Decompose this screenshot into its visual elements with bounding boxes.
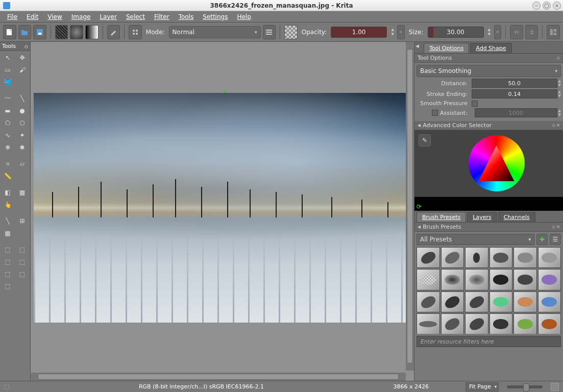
menu-view[interactable]: View — [43, 12, 66, 21]
menu-settings[interactable]: Settings — [199, 12, 232, 21]
menu-image[interactable]: Image — [67, 12, 95, 21]
size-toggle[interactable]: ◦ — [494, 25, 502, 39]
brush-preset[interactable] — [513, 313, 537, 334]
alpha-lock-button[interactable] — [284, 25, 298, 39]
brush-preset[interactable] — [538, 291, 561, 312]
size-slider[interactable]: 30.00 — [428, 27, 484, 38]
zoom-slider[interactable] — [507, 385, 543, 388]
maximize-button[interactable]: ◯ — [543, 2, 551, 10]
brush-preset[interactable] — [417, 247, 440, 268]
mirror-axis-icon[interactable]: ✦ — [223, 89, 227, 93]
menu-layer[interactable]: Layer — [95, 12, 120, 21]
assistant-spinner[interactable]: ▲▼ — [558, 109, 561, 117]
select-tool-3[interactable]: ⬚ — [1, 256, 14, 267]
freehand-tool[interactable]: 〰 — [1, 93, 14, 104]
mode-options-button[interactable] — [263, 25, 276, 39]
zoom-tool[interactable] — [16, 228, 29, 239]
measure-tool[interactable]: 📏 — [1, 170, 14, 182]
brush-tool[interactable]: 🖌 — [16, 64, 29, 76]
brush-presets-header[interactable]: ◀ Brush Presets ◇ ✕ — [414, 223, 563, 232]
pan-tool[interactable]: ▦ — [1, 228, 14, 239]
tab-tool-options[interactable]: Tool Options — [424, 43, 469, 53]
preset-filter-dropdown[interactable]: All Presets — [417, 234, 534, 245]
transform-tool[interactable]: ✥ — [16, 52, 29, 63]
collapse-icon[interactable]: ◀ — [415, 43, 419, 48]
preset-view-button[interactable]: ☰ — [550, 234, 561, 245]
brush-preset[interactable] — [489, 247, 513, 268]
preset-filter-input[interactable]: Enter resource filters here — [417, 336, 561, 347]
polyline-tool[interactable]: ⬡ — [16, 117, 29, 129]
opacity-slider[interactable]: 1.00 — [331, 27, 387, 38]
fill-tool[interactable]: 🪣 — [1, 77, 14, 88]
color-selector[interactable]: ✎ — [414, 130, 563, 197]
brush-preset[interactable] — [441, 269, 464, 290]
polygon-tool[interactable]: ⬠ — [1, 117, 14, 129]
pattern-tool[interactable]: ▦ — [16, 187, 29, 198]
tab-brush-presets[interactable]: Brush Presets — [417, 212, 466, 222]
pattern1-button[interactable] — [55, 25, 68, 39]
minimize-button[interactable]: ‒ — [532, 2, 541, 10]
brush-preset[interactable] — [465, 313, 488, 334]
brush-preset[interactable] — [465, 269, 488, 290]
assistant-input[interactable]: 1000 — [475, 108, 557, 117]
blend-mode-dropdown[interactable]: Normal — [169, 26, 261, 38]
refresh-icon[interactable]: ⟳ — [417, 203, 424, 210]
distance-input[interactable]: 50.0 — [472, 79, 557, 88]
select-tool-2[interactable]: ⬚ — [16, 244, 29, 255]
smooth-pressure-checkbox[interactable] — [472, 101, 478, 107]
select-tool-1[interactable]: ⬚ — [1, 244, 14, 255]
mirror-h-button[interactable] — [510, 25, 523, 39]
line-tool[interactable]: ╲ — [16, 93, 29, 104]
select-tool-5[interactable]: ⬚ — [1, 268, 14, 280]
preset-chooser-button[interactable] — [129, 25, 142, 39]
mirror-v-button[interactable] — [525, 25, 538, 39]
gradient-tool[interactable]: ◧ — [1, 187, 14, 198]
select-tool-7[interactable]: ⬚ — [1, 281, 14, 292]
brush-preset[interactable] — [489, 269, 513, 290]
brush-preset[interactable] — [465, 247, 488, 268]
brush-preset[interactable] — [417, 291, 440, 312]
brush-editor-button[interactable] — [107, 25, 120, 39]
brush-preset[interactable] — [489, 313, 513, 334]
tab-channels[interactable]: Channels — [498, 212, 535, 222]
brush-preset[interactable] — [513, 247, 537, 268]
canvas[interactable] — [34, 93, 406, 323]
color-history-strip[interactable] — [414, 197, 563, 203]
distance-spinner[interactable]: ▲▼ — [558, 79, 561, 87]
brush-preset[interactable] — [417, 313, 440, 334]
brush-preset[interactable] — [538, 313, 561, 334]
add-preset-button[interactable]: ✚ — [536, 234, 548, 245]
menu-file[interactable]: File — [3, 12, 21, 21]
brush-preset[interactable] — [513, 291, 537, 312]
color-picker-icon[interactable]: ✎ — [419, 134, 431, 146]
toolbox-header[interactable]: Tools◇ — [0, 42, 30, 51]
text-tool[interactable]: ╲ — [1, 215, 14, 227]
dynamic-brush-tool[interactable]: ❋ — [1, 142, 14, 153]
tool-options-header[interactable]: Tool Options◇ — [414, 54, 563, 63]
menu-tools[interactable]: Tools — [175, 12, 198, 21]
menu-edit[interactable]: Edit — [22, 12, 42, 21]
brush-preset[interactable] — [538, 247, 561, 268]
multibrush-tool[interactable]: ✱ — [16, 142, 29, 153]
select-rect-tool[interactable]: ▭ — [1, 64, 14, 76]
brush-preset[interactable] — [465, 291, 488, 312]
brush-preset[interactable] — [441, 291, 464, 312]
stroke-ending-input[interactable]: 0.14 — [472, 89, 557, 99]
move-tool[interactable]: ↖ — [1, 52, 14, 63]
brush-preset[interactable] — [538, 269, 561, 290]
opacity-toggle[interactable]: ◦ — [397, 25, 405, 39]
menu-select[interactable]: Select — [122, 12, 149, 21]
tab-add-shape[interactable]: Add Shape — [470, 43, 511, 53]
stroke-ending-spinner[interactable]: ▲▼ — [558, 90, 561, 98]
pattern2-button[interactable] — [70, 25, 83, 39]
select-tool-6[interactable]: ⬚ — [16, 268, 29, 280]
workspace-button[interactable] — [547, 25, 560, 39]
select-tool-4[interactable]: ⬚ — [16, 256, 29, 267]
grid-tool[interactable]: ⊞ — [16, 215, 29, 227]
crop-tool[interactable]: ⌗ — [1, 158, 14, 169]
rectangle-tool[interactable]: ▬ — [1, 105, 14, 116]
color-wheel[interactable] — [469, 135, 525, 191]
smudge-tool[interactable]: 👆 — [1, 199, 14, 210]
ellipse-tool[interactable]: ● — [16, 105, 29, 116]
brush-preset[interactable] — [441, 313, 464, 334]
